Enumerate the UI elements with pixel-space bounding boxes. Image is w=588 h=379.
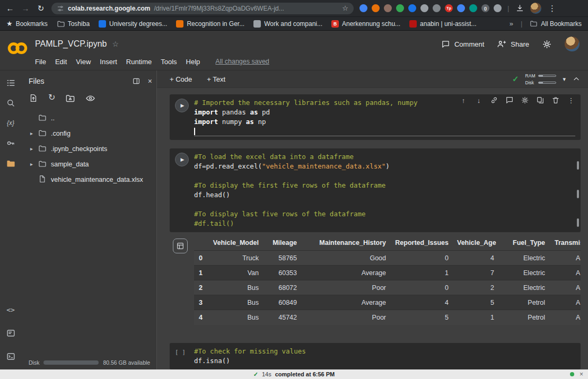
bookmark-star-icon[interactable]: ☆ xyxy=(342,4,348,12)
file-tree-item[interactable]: ▸sample_data xyxy=(29,156,152,172)
run-cell-button[interactable]: ▶ xyxy=(175,153,189,166)
refresh-icon[interactable]: ↻ xyxy=(48,93,55,103)
user-avatar[interactable] xyxy=(565,37,580,51)
autosave-status[interactable]: All changes saved xyxy=(215,58,269,65)
extension-icon[interactable]: () xyxy=(481,4,489,12)
expand-arrow-icon[interactable]: ▸ xyxy=(29,146,34,152)
bookmark-item[interactable]: ★Bookmarks xyxy=(6,20,48,28)
dataframe-body: 0Truck58765Good04ElectricA1Van60353Avera… xyxy=(194,251,581,325)
scroll-indicator[interactable] xyxy=(577,161,579,170)
title-star-icon[interactable]: ☆ xyxy=(112,40,119,48)
share-button[interactable]: Share xyxy=(497,39,529,49)
terminal-icon[interactable] xyxy=(5,350,16,362)
address-bar[interactable]: colab.research.google.com /drive/1Fmlr7f… xyxy=(51,3,354,14)
menu-view[interactable]: View xyxy=(76,58,91,66)
code-line: df.head() xyxy=(194,190,575,200)
upload-icon[interactable] xyxy=(29,93,38,103)
reload-icon[interactable]: ↻ xyxy=(36,4,46,13)
resource-meter[interactable]: RAM Disk xyxy=(525,73,557,85)
move-cell-up-icon[interactable]: ↑ xyxy=(459,96,468,104)
extension-icon[interactable] xyxy=(408,4,416,12)
forward-icon[interactable]: → xyxy=(21,4,30,13)
file-tree-item[interactable]: .. xyxy=(29,110,152,126)
back-icon[interactable]: ← xyxy=(5,4,15,13)
runtime-dropdown-caret-icon[interactable]: ▾ xyxy=(563,76,566,83)
site-info-tune-icon[interactable] xyxy=(57,5,64,12)
bookmark-item[interactable]: Recognition in Ger... xyxy=(176,20,244,28)
extension-icon[interactable] xyxy=(433,4,441,12)
table-row: 3Bus60849Average45PetrolA xyxy=(194,295,581,310)
bookmark-item[interactable]: BAnerkennung schu... xyxy=(331,20,400,28)
add-comment-icon[interactable] xyxy=(505,96,514,104)
close-panel-icon[interactable]: × xyxy=(148,77,152,85)
code-cell-3[interactable]: [ ] #To check for missing valuesdf.isna(… xyxy=(170,343,581,369)
bookmark-item[interactable]: Work and compani... xyxy=(253,20,322,28)
interactive-table-icon[interactable] xyxy=(173,239,188,253)
open-in-tab-icon[interactable] xyxy=(132,77,141,85)
secrets-key-icon[interactable] xyxy=(5,137,16,149)
more-cell-options-icon[interactable]: ⋮ xyxy=(567,96,575,104)
cell-settings-gear-icon[interactable] xyxy=(521,96,529,104)
scroll-indicator[interactable] xyxy=(577,190,579,198)
table-of-contents-icon[interactable] xyxy=(5,77,16,89)
add-code-button[interactable]: + Code xyxy=(170,75,192,83)
extension-icon[interactable] xyxy=(469,4,477,12)
extension-icon[interactable] xyxy=(384,4,392,12)
browser-menu-icon[interactable]: ⋮ xyxy=(547,4,557,13)
expand-arrow-icon[interactable]: ▸ xyxy=(29,161,34,167)
bookmark-item[interactable]: anabin | uni-assist... xyxy=(409,20,477,28)
code-line: #To display the first five rows of the d… xyxy=(194,181,575,190)
extension-icon[interactable] xyxy=(494,4,502,12)
notebook-title[interactable]: PAMLP_VCP.ipynb xyxy=(35,39,107,49)
browser-profile-avatar[interactable] xyxy=(530,3,541,14)
bookmarks-overflow-chevron[interactable]: » xyxy=(510,20,513,28)
execution-check-icon: ✓ xyxy=(253,371,258,378)
delete-cell-icon[interactable] xyxy=(551,96,560,104)
settings-gear-icon[interactable] xyxy=(542,39,552,49)
code-editor[interactable]: #To load the excel data into a dataframe… xyxy=(194,148,581,232)
search-icon[interactable] xyxy=(5,97,16,109)
extension-icon[interactable] xyxy=(420,4,428,12)
extension-icon[interactable] xyxy=(396,4,404,12)
bookmark-item[interactable]: University degrees... xyxy=(99,20,167,28)
menu-insert[interactable]: Insert xyxy=(100,58,117,66)
extension-icon[interactable] xyxy=(372,4,380,12)
collapse-sections-icon[interactable] xyxy=(572,75,581,83)
move-cell-down-icon[interactable]: ↓ xyxy=(475,96,483,104)
menu-tools[interactable]: Tools xyxy=(161,58,177,66)
code-snippets-icon[interactable]: <> xyxy=(5,304,16,315)
file-tree-item[interactable]: vehicle_maintenance_data.xlsx xyxy=(29,172,152,187)
menu-edit[interactable]: Edit xyxy=(55,58,67,66)
bookmark-item[interactable]: Toshiba xyxy=(57,20,90,28)
menu-file[interactable]: File xyxy=(35,58,46,66)
code-cell-2[interactable]: ▶ #To load the excel data into a datafra… xyxy=(170,148,581,232)
hidden-files-eye-icon[interactable] xyxy=(85,93,95,103)
all-bookmarks-button[interactable]: All Bookmarks xyxy=(530,20,582,28)
code-editor[interactable]: #To check for missing valuesdf.isna() xyxy=(194,343,581,369)
code-cell-1[interactable]: ▶ # Imported the necessary libraries suc… xyxy=(170,94,581,140)
file-tree-item[interactable]: ▸.ipynb_checkpoints xyxy=(29,141,152,156)
scroll-indicator[interactable] xyxy=(577,218,579,227)
mount-drive-icon[interactable] xyxy=(65,93,75,103)
table-cell: 5 xyxy=(455,295,501,310)
copy-link-icon[interactable] xyxy=(490,96,498,104)
extension-icon[interactable] xyxy=(359,4,367,12)
execution-count-placeholder[interactable]: [ ] xyxy=(175,347,186,356)
file-tree-item[interactable]: ▸.config xyxy=(29,126,152,141)
colab-logo-icon[interactable] xyxy=(7,40,28,56)
command-palette-icon[interactable] xyxy=(5,327,16,339)
files-folder-icon[interactable] xyxy=(5,157,16,169)
add-text-button[interactable]: + Text xyxy=(207,75,225,83)
dismiss-status-icon[interactable]: × xyxy=(580,371,583,377)
extension-icon[interactable] xyxy=(457,4,465,12)
run-cell-button[interactable]: ▶ xyxy=(175,99,189,112)
menu-help[interactable]: Help xyxy=(186,58,200,66)
extension-icon[interactable]: Tp xyxy=(445,4,453,12)
downloads-icon[interactable] xyxy=(515,4,524,13)
expand-arrow-icon[interactable]: ▸ xyxy=(29,130,34,136)
menu-runtime[interactable]: Runtime xyxy=(126,58,152,66)
comment-button[interactable]: Comment xyxy=(441,40,484,49)
dataframe-table[interactable]: Vehicle_ModelMileageMaintenance_HistoryR… xyxy=(194,236,581,325)
variables-icon[interactable]: {x} xyxy=(5,117,16,129)
mirror-cell-icon[interactable] xyxy=(536,96,545,104)
